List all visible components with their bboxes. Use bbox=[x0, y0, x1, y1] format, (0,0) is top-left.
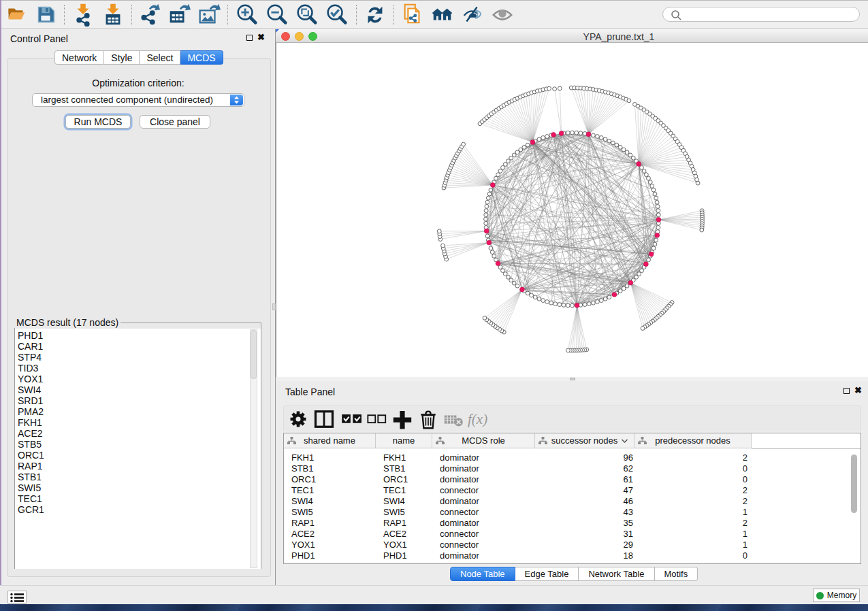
svg-text:f(x): f(x) bbox=[468, 411, 487, 427]
